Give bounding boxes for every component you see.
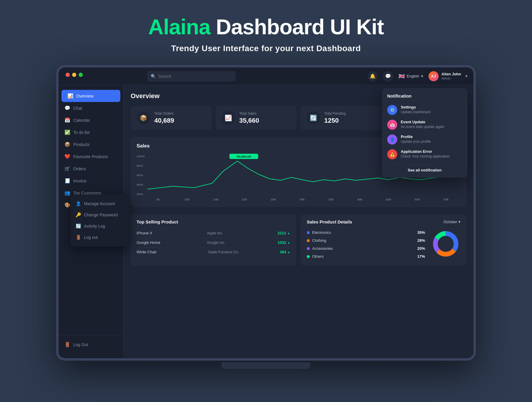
search-icon: 🔍	[151, 74, 156, 79]
user-chevron-icon: ▾	[465, 73, 468, 79]
legend-item: Accessories 20%	[307, 244, 425, 252]
notif-title-profile: Profile	[401, 134, 431, 139]
see-all-notifications-button[interactable]: See all notification	[387, 165, 462, 172]
sidebar-item-orders[interactable]: 🛒 Orders	[59, 163, 123, 175]
svg-text:20k: 20k	[242, 198, 248, 201]
bottom-row: Top Selling Product IPhone X Apple Inc. …	[131, 214, 466, 266]
favourite-icon: ❤️	[64, 154, 70, 159]
settings-notif-icon: ⚙️	[387, 105, 397, 115]
product-company: Google Inc.	[207, 241, 274, 245]
change-password-label: Change Password	[84, 213, 118, 217]
language-label: English	[407, 74, 419, 78]
svg-text:40%: 40%	[137, 183, 143, 186]
laptop-wrapper: 🔍 🔔 💬 🇬🇧 English ▾ AJ Alien John	[56, 65, 476, 361]
profile-notif-icon: 👤	[387, 134, 397, 145]
month-selector[interactable]: October ▾	[444, 220, 460, 224]
manage-account-icon: 👤	[76, 201, 81, 206]
chevron-down-icon: ▾	[421, 74, 423, 78]
log-out-label: Log out	[84, 235, 98, 240]
legend-dot	[307, 239, 310, 242]
logout-icon: 🚪	[64, 342, 70, 347]
up-arrow-icon: ▲	[287, 250, 290, 254]
activity-log-label: Activity Log	[84, 224, 105, 228]
search-bar[interactable]: 🔍	[147, 71, 236, 82]
table-row: Google Home Google Inc. 1032 ▲	[137, 238, 290, 247]
language-selector[interactable]: 🇬🇧 English ▾	[398, 73, 423, 80]
stat-icon-orders: 📦	[137, 111, 150, 125]
floating-menu-item-manage[interactable]: 👤 Manage Account	[70, 198, 129, 209]
legend-item: Others 17%	[307, 252, 425, 260]
page-subtitle: Trendy User Interface for your next Dash…	[148, 44, 384, 53]
invoice-icon: 🧾	[64, 178, 70, 184]
sidebar-item-logout[interactable]: 🚪 Log Out	[59, 338, 123, 351]
user-role: Admin	[442, 77, 461, 80]
sidebar-item-products[interactable]: 📦 Products	[59, 138, 123, 150]
stat-label-orders: Total Orders	[154, 111, 174, 116]
event-notif-icon: 📅	[387, 120, 397, 130]
product-name: Google Home	[137, 240, 204, 245]
notification-item-settings: ⚙️ Settings Update Dashboard	[387, 103, 462, 117]
todo-icon: ✅	[64, 129, 70, 135]
sidebar-item-chat[interactable]: 💬 Chat	[59, 102, 123, 114]
stat-info-orders: Total Orders 40,689	[154, 111, 174, 124]
page-header: Alaina Dashboard UI Kit Trendy User Inte…	[148, 0, 384, 62]
stat-card-sales: 📈 Total Sales 35,660	[216, 106, 297, 130]
notification-bell-button[interactable]: 🔔	[368, 71, 378, 81]
tl-red[interactable]	[66, 73, 70, 77]
notification-item-error: ⚠️ Application Error Check Your running …	[387, 147, 462, 162]
stat-info-sales: Total Sales 35,660	[239, 111, 259, 124]
floating-menu: 👤 Manage Account 🔑 Change Password 🔄 Act…	[70, 194, 129, 247]
notif-title-error: Application Error	[401, 149, 450, 154]
month-label: October	[444, 220, 457, 224]
product-value: 1032 ▲	[278, 240, 290, 245]
orders-icon: 🛒	[64, 166, 70, 171]
search-input[interactable]	[158, 74, 232, 79]
legend-item: Clothing 28%	[307, 236, 425, 244]
sidebar-item-invoice[interactable]: 🧾 Invoice	[59, 175, 123, 187]
svg-text:25k: 25k	[271, 198, 276, 201]
products-icon: 📦	[64, 142, 70, 147]
product-value: 364 ▲	[280, 250, 290, 254]
svg-text:60%: 60%	[137, 174, 143, 177]
chevron-down-icon: ▾	[458, 220, 460, 224]
sidebar-item-todo[interactable]: ✅ To do list	[59, 126, 123, 138]
svg-text:10k: 10k	[184, 198, 190, 201]
activity-log-icon: 🔄	[76, 223, 81, 229]
notif-sub-settings: Update Dashboard	[401, 110, 431, 114]
stat-icon-sales: 📈	[222, 111, 235, 125]
sidebar-bottom: 🚪 Log Out	[59, 335, 123, 354]
stat-value-sales: 35,660	[239, 117, 259, 124]
floating-menu-item-activity[interactable]: 🔄 Activity Log	[70, 221, 129, 232]
message-button[interactable]: 💬	[383, 71, 393, 81]
notif-sub-event: An event date update again	[401, 125, 444, 129]
legend: Electronics 35% Clothing 28%	[307, 228, 425, 260]
sales-details-title: Sales Product Details	[307, 219, 352, 224]
sidebar-label-logout: Log Out	[73, 342, 117, 347]
sales-product-details-card: Sales Product Details October ▾	[301, 214, 466, 266]
svg-text:15k: 15k	[213, 198, 219, 201]
laptop-bottom-bar	[222, 362, 310, 369]
sidebar-item-favourite[interactable]: ❤️ Favourite Products	[59, 150, 123, 163]
floating-menu-item-logout[interactable]: 🚪 Log out	[70, 232, 129, 243]
stat-label-pending: Total Pending	[324, 111, 346, 116]
svg-text:5k: 5k	[156, 198, 160, 201]
svg-text:40k: 40k	[357, 198, 363, 201]
tl-green[interactable]	[79, 73, 83, 77]
brand-name: Alaina	[148, 15, 210, 39]
sidebar-item-overview[interactable]: 📊 Overview	[61, 90, 120, 102]
notif-title-event: Event Update	[401, 120, 444, 124]
stat-card-orders: 📦 Total Orders 40,689	[131, 106, 212, 130]
tl-yellow[interactable]	[72, 73, 76, 77]
overview-icon: 📊	[67, 93, 73, 99]
change-password-icon: 🔑	[76, 212, 81, 218]
floating-menu-item-password[interactable]: 🔑 Change Password	[70, 209, 129, 221]
user-area[interactable]: AJ Alien John Admin ▾	[429, 71, 468, 81]
product-name: White Chair	[137, 250, 205, 254]
product-value: 2212 ▲	[278, 231, 290, 235]
legend-pct-clothing: 28%	[417, 238, 425, 243]
top-selling-title: Top Selling Product	[137, 219, 290, 224]
error-notif-icon: ⚠️	[387, 149, 397, 159]
sidebar-item-calendar[interactable]: 📅 Calendar	[59, 114, 123, 126]
customers-icon: 👥	[64, 190, 70, 196]
legend-dot	[307, 231, 310, 234]
